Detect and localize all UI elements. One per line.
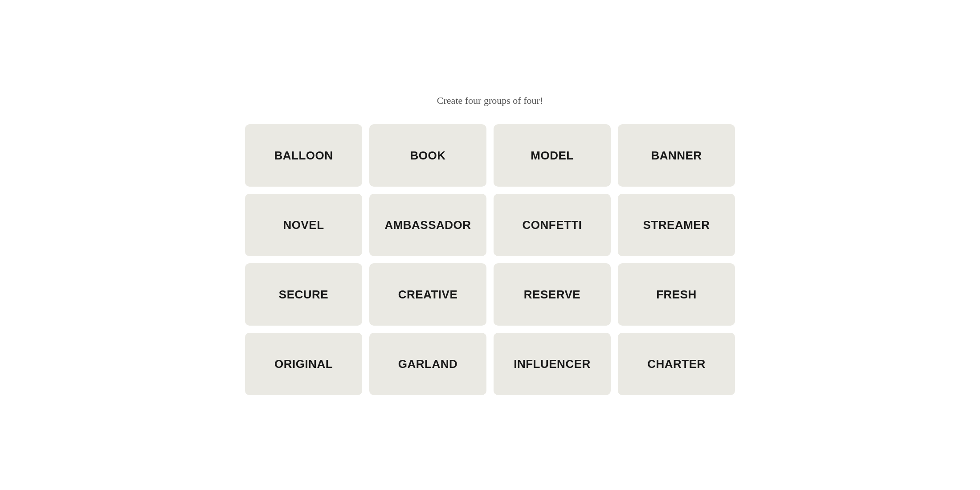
tile-label-secure: SECURE: [279, 288, 328, 302]
tile-secure[interactable]: SECURE: [245, 263, 362, 326]
tile-original[interactable]: ORIGINAL: [245, 333, 362, 395]
tile-label-influencer: INFLUENCER: [514, 357, 591, 371]
tile-label-reserve: RESERVE: [524, 288, 580, 302]
tile-model[interactable]: MODEL: [494, 124, 611, 187]
tile-reserve[interactable]: RESERVE: [494, 263, 611, 326]
tile-charter[interactable]: CHARTER: [618, 333, 735, 395]
tile-label-streamer: STREAMER: [643, 218, 710, 232]
tile-fresh[interactable]: FRESH: [618, 263, 735, 326]
tile-label-confetti: CONFETTI: [523, 218, 582, 232]
tile-label-charter: CHARTER: [647, 357, 706, 371]
tile-banner[interactable]: BANNER: [618, 124, 735, 187]
tile-influencer[interactable]: INFLUENCER: [494, 333, 611, 395]
tile-label-garland: GARLAND: [398, 357, 458, 371]
tile-label-ambassador: AMBASSADOR: [384, 218, 471, 232]
tile-label-balloon: BALLOON: [274, 149, 333, 163]
tile-label-novel: NOVEL: [283, 218, 324, 232]
tile-novel[interactable]: NOVEL: [245, 194, 362, 256]
tile-ambassador[interactable]: AMBASSADOR: [369, 194, 486, 256]
tile-label-fresh: FRESH: [656, 288, 697, 302]
tile-balloon[interactable]: BALLOON: [245, 124, 362, 187]
tile-label-banner: BANNER: [651, 149, 702, 163]
tile-streamer[interactable]: STREAMER: [618, 194, 735, 256]
tile-label-original: ORIGINAL: [274, 357, 333, 371]
tile-creative[interactable]: CREATIVE: [369, 263, 486, 326]
tile-label-book: BOOK: [410, 149, 446, 163]
tile-book[interactable]: BOOK: [369, 124, 486, 187]
page-subtitle: Create four groups of four!: [437, 95, 543, 106]
tile-label-model: MODEL: [531, 149, 573, 163]
tile-label-creative: CREATIVE: [398, 288, 458, 302]
word-grid: BALLOONBOOKMODELBANNERNOVELAMBASSADORCON…: [245, 124, 735, 395]
tile-confetti[interactable]: CONFETTI: [494, 194, 611, 256]
tile-garland[interactable]: GARLAND: [369, 333, 486, 395]
